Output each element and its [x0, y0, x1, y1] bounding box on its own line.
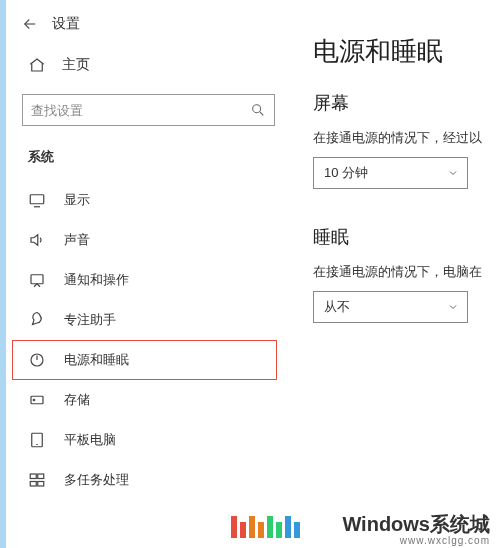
sidebar-item-label: 电源和睡眠 — [64, 351, 129, 369]
section-screen-title: 屏幕 — [313, 91, 500, 115]
watermark-url: www.wxclgg.com — [400, 535, 490, 546]
svg-point-0 — [253, 105, 261, 113]
svg-rect-2 — [31, 275, 43, 284]
sound-icon — [28, 231, 46, 249]
section-sleep-desc: 在接通电源的情况下，电脑在 — [313, 263, 500, 281]
svg-rect-7 — [30, 474, 36, 479]
sidebar-item-power[interactable]: 电源和睡眠 — [12, 340, 277, 380]
home-row[interactable]: 主页 — [6, 46, 291, 84]
sidebar-item-label: 平板电脑 — [64, 431, 116, 449]
home-icon — [28, 56, 46, 74]
dropdown-value: 10 分钟 — [324, 164, 368, 182]
sidebar-item-label: 显示 — [64, 191, 90, 209]
window-title: 设置 — [52, 15, 80, 33]
sidebar-item-display[interactable]: 显示 — [6, 180, 291, 220]
sidebar-item-notifications[interactable]: 通知和操作 — [6, 260, 291, 300]
svg-rect-8 — [38, 474, 44, 479]
section-screen-desc: 在接通电源的情况下，经过以 — [313, 129, 500, 147]
header-row: 设置 — [6, 10, 291, 46]
sidebar-item-multitask[interactable]: 多任务处理 — [6, 460, 291, 500]
home-label: 主页 — [62, 56, 90, 74]
content-pane: 电源和睡眠 屏幕 在接通电源的情况下，经过以 10 分钟 睡眠 在接通电源的情况… — [291, 0, 500, 548]
back-button[interactable] — [20, 14, 40, 34]
sleep-timeout-dropdown[interactable]: 从不 — [313, 291, 468, 323]
power-icon — [28, 351, 46, 369]
svg-point-5 — [33, 399, 35, 401]
focus-icon — [28, 311, 46, 329]
sidebar-item-sound[interactable]: 声音 — [6, 220, 291, 260]
sidebar-item-label: 声音 — [64, 231, 90, 249]
multitask-icon — [28, 471, 46, 489]
sidebar-item-label: 多任务处理 — [64, 471, 129, 489]
tablet-icon — [28, 431, 46, 449]
search-box[interactable] — [22, 94, 275, 126]
svg-rect-10 — [38, 482, 44, 487]
sidebar: 设置 主页 系统 显示 声音 — [6, 0, 291, 548]
notification-icon — [28, 271, 46, 289]
search-input[interactable] — [31, 103, 250, 118]
screen-timeout-dropdown[interactable]: 10 分钟 — [313, 157, 468, 189]
back-arrow-icon — [21, 15, 39, 33]
window-edge — [0, 0, 6, 548]
svg-rect-1 — [30, 195, 44, 204]
sidebar-item-tablet[interactable]: 平板电脑 — [6, 420, 291, 460]
dropdown-value: 从不 — [324, 298, 350, 316]
chevron-down-icon — [447, 301, 459, 313]
category-label: 系统 — [6, 140, 291, 180]
sidebar-item-focus[interactable]: 专注助手 — [6, 300, 291, 340]
watermark-brand: Windows系统城 — [342, 511, 490, 538]
display-icon — [28, 191, 46, 209]
watermark-logo-icon — [231, 514, 300, 538]
sidebar-item-label: 存储 — [64, 391, 90, 409]
section-sleep-title: 睡眠 — [313, 225, 500, 249]
sidebar-item-storage[interactable]: 存储 — [6, 380, 291, 420]
chevron-down-icon — [447, 167, 459, 179]
svg-rect-9 — [30, 482, 36, 487]
sidebar-item-label: 专注助手 — [64, 311, 116, 329]
storage-icon — [28, 391, 46, 409]
search-icon — [250, 102, 266, 118]
sidebar-item-label: 通知和操作 — [64, 271, 129, 289]
app-container: 设置 主页 系统 显示 声音 — [0, 0, 500, 548]
page-title: 电源和睡眠 — [313, 34, 500, 69]
